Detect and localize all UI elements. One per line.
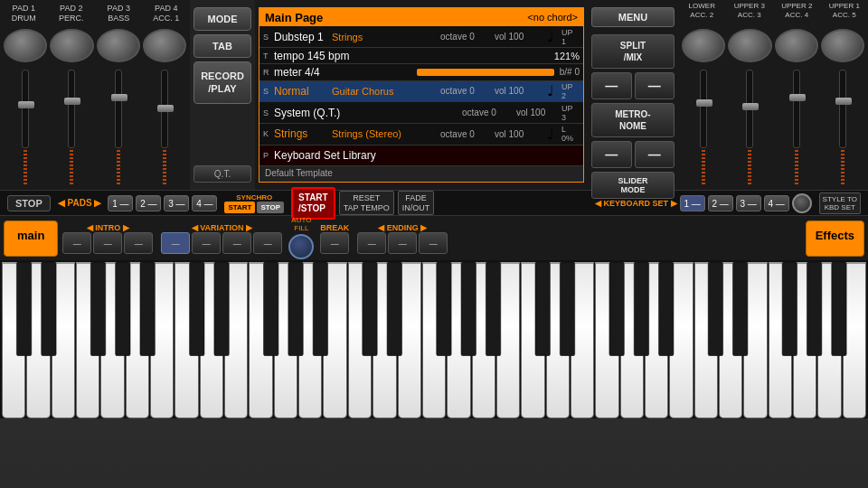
display-row-tempo[interactable]: T tempo 145 bpm 121% (259, 48, 583, 64)
intro-btn-3[interactable]: —3 (124, 232, 153, 254)
display-row-meter[interactable]: R meter 4/4 b/# 0 (259, 64, 583, 80)
white-key-11[interactable] (249, 262, 272, 418)
kbd-num-2[interactable]: 2 — (708, 195, 733, 211)
kbd-num-3[interactable]: 3 — (736, 195, 761, 211)
right-pad-btn-1[interactable] (682, 29, 725, 62)
white-key-24[interactable] (571, 262, 594, 418)
kbd-num-1[interactable]: 1 — (680, 195, 705, 211)
pad-num-4[interactable]: 4 — (192, 195, 217, 211)
white-key-27[interactable] (645, 262, 668, 418)
metronome-button[interactable]: METRO-NOME (591, 103, 675, 137)
right-fader-track-1[interactable] (700, 70, 707, 148)
white-key-22[interactable] (521, 262, 544, 418)
ending-btn-3[interactable]: —3 (419, 232, 448, 254)
fader-track-2[interactable] (68, 70, 75, 148)
pad-num-1[interactable]: 1 — (108, 195, 133, 211)
white-key-21[interactable] (496, 262, 520, 418)
display-row-normal[interactable]: S Normal Guitar Chorus octave 0 vol 100 … (259, 81, 583, 103)
white-key-18[interactable] (422, 262, 446, 418)
right-pad-btn-2[interactable] (728, 29, 771, 62)
style-to-kbd-button[interactable]: STYLE TOKBD SET (819, 192, 861, 214)
display-row-qt[interactable]: S System (Q.T.) octave 0 vol 100 UP3 (259, 102, 583, 124)
ending-btn-2[interactable]: —2 (388, 232, 417, 254)
ending-btn-1[interactable]: —1 (357, 232, 386, 254)
white-key-15[interactable] (348, 262, 372, 418)
pad-btn-2[interactable] (50, 29, 93, 62)
display-row-strings[interactable]: K Strings Strings (Stereo) octave 0 vol … (259, 124, 583, 145)
split-btn-small-2[interactable]: — (635, 72, 675, 99)
white-key-1[interactable] (2, 262, 25, 418)
right-fader-thumb-2[interactable] (742, 103, 759, 110)
white-key-34[interactable] (817, 262, 841, 418)
variation-btn-1[interactable]: —1 (161, 232, 190, 254)
white-key-6[interactable] (126, 262, 149, 418)
variation-btn-3[interactable]: —3 (222, 232, 251, 254)
white-key-12[interactable] (274, 262, 297, 418)
white-key-2[interactable] (26, 262, 50, 418)
pad-num-2[interactable]: 2 — (136, 195, 161, 211)
stop-button[interactable]: STOP (7, 195, 51, 211)
tab-button[interactable]: TAB (193, 34, 251, 58)
white-key-23[interactable] (546, 262, 570, 418)
kbd-set-knob[interactable] (792, 193, 812, 213)
white-key-14[interactable] (323, 262, 346, 418)
intro-btn-1[interactable]: —1 (62, 232, 91, 254)
white-key-20[interactable] (472, 262, 495, 418)
fader-thumb-3[interactable] (111, 94, 127, 101)
main-button[interactable]: main (4, 221, 58, 257)
display-row-kbd-lib[interactable]: P Keyboard Set Library (259, 145, 583, 167)
white-key-31[interactable] (743, 262, 767, 418)
pad-btn-1[interactable] (4, 29, 47, 62)
break-btn-1[interactable]: — (320, 232, 349, 254)
white-key-25[interactable] (595, 262, 618, 418)
right-fader-track-4[interactable] (839, 70, 846, 148)
white-key-29[interactable] (694, 262, 718, 418)
white-key-32[interactable] (769, 262, 792, 418)
white-key-3[interactable] (52, 262, 75, 418)
split-mix-button[interactable]: SPLIT/MIX (591, 34, 675, 69)
qt-button[interactable]: Q.T. (193, 165, 251, 183)
white-key-13[interactable] (298, 262, 322, 418)
right-fader-thumb-4[interactable] (835, 98, 852, 105)
white-key-10[interactable] (224, 262, 248, 418)
mode-button[interactable]: MODE (193, 7, 251, 31)
fader-track-4[interactable] (161, 70, 168, 148)
white-key-28[interactable] (669, 262, 693, 418)
display-row-1[interactable]: S Dubstep 1 Strings octave 0 vol 100 ♩ U… (259, 26, 583, 48)
white-key-33[interactable] (793, 262, 816, 418)
fader-track-1[interactable] (22, 70, 29, 148)
fader-track-3[interactable] (115, 70, 122, 148)
white-key-16[interactable] (373, 262, 396, 418)
intro-btn-2[interactable]: —2 (93, 232, 122, 254)
white-key-30[interactable] (719, 262, 742, 418)
variation-btn-4[interactable]: —4 (253, 232, 282, 254)
white-key-8[interactable] (175, 262, 198, 418)
white-key-4[interactable] (76, 262, 99, 418)
start-stop-button[interactable]: START/STOP (291, 187, 335, 220)
right-fader-track-2[interactable] (746, 70, 753, 148)
pad-num-3[interactable]: 3 — (164, 195, 189, 211)
reset-button[interactable]: RESETTAP TEMPO (339, 191, 394, 216)
white-key-35[interactable] (843, 262, 866, 418)
fader-thumb-2[interactable] (64, 98, 80, 105)
synchro-start-btn[interactable]: START (224, 202, 255, 213)
right-fader-track-3[interactable] (793, 70, 800, 148)
right-pad-btn-3[interactable] (775, 29, 818, 62)
white-key-9[interactable] (200, 262, 223, 418)
auto-fill-button[interactable] (288, 234, 314, 259)
metro-btn-small-2[interactable]: — (635, 141, 675, 168)
effects-button[interactable]: Effects (806, 221, 864, 257)
record-play-button[interactable]: RECORD/PLAY (193, 61, 251, 104)
white-key-7[interactable] (150, 262, 174, 418)
white-key-26[interactable] (620, 262, 644, 418)
split-btn-small-1[interactable]: — (591, 72, 632, 99)
fade-button[interactable]: FADEIN/OUT (398, 191, 435, 216)
white-key-17[interactable] (398, 262, 421, 418)
synchro-stop-btn[interactable]: STOP (257, 202, 284, 213)
fader-thumb-4[interactable] (157, 105, 174, 112)
variation-btn-2[interactable]: —2 (192, 232, 221, 254)
metro-btn-small-1[interactable]: — (591, 141, 632, 168)
right-fader-thumb-1[interactable] (696, 99, 712, 107)
white-key-19[interactable] (447, 262, 470, 418)
right-pad-btn-4[interactable] (821, 29, 864, 62)
